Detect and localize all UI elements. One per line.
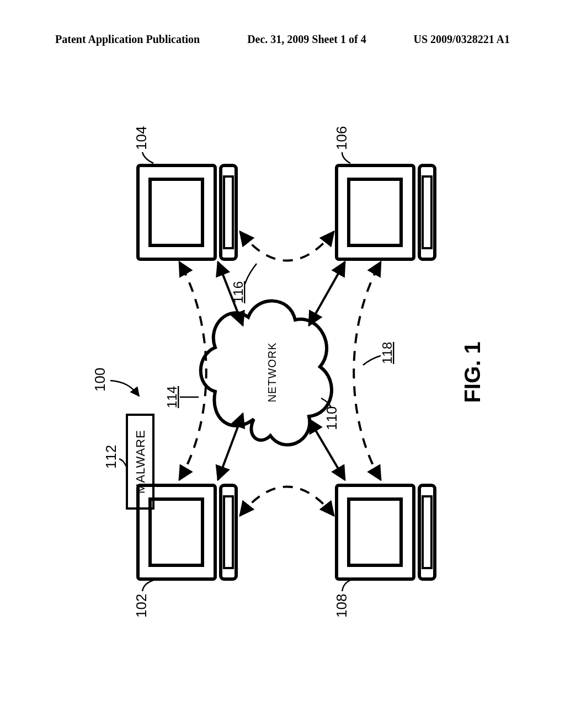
header-right: US 2009/0328221 A1 (414, 33, 510, 46)
header-left: Patent Application Publication (55, 33, 200, 46)
svg-rect-8 (224, 176, 233, 248)
ref-112: 112 (103, 445, 126, 469)
ref-102: 102 (133, 580, 153, 618)
svg-text:112: 112 (103, 445, 119, 469)
dashed-link-left (240, 487, 334, 516)
ref-108: 108 (333, 580, 350, 618)
svg-text:114: 114 (164, 386, 179, 408)
svg-rect-6 (150, 179, 202, 245)
svg-text:102: 102 (133, 594, 150, 618)
ref-114: 114 (164, 386, 199, 408)
svg-text:100: 100 (92, 368, 108, 392)
svg-rect-1 (150, 499, 202, 565)
svg-text:116: 116 (231, 281, 246, 303)
svg-text:110: 110 (323, 406, 340, 430)
svg-rect-12 (423, 176, 431, 248)
svg-text:108: 108 (333, 594, 350, 618)
ref-104: 104 (133, 126, 153, 163)
ref-100: 100 (92, 368, 139, 396)
header-center: Dec. 31, 2009 Sheet 1 of 4 (247, 33, 366, 46)
ref-106: 106 (333, 126, 350, 163)
network-label: NETWORK (266, 342, 278, 402)
ref-116: 116 (231, 264, 257, 303)
malware-box: MALWARE (127, 415, 153, 508)
svg-text:106: 106 (333, 126, 350, 150)
computer-108 (337, 485, 435, 579)
dashed-link-118 (354, 262, 381, 480)
svg-rect-16 (423, 496, 431, 568)
ref-110: 110 (321, 398, 340, 430)
dashed-link-116 (240, 232, 334, 261)
figure-label: FIG. 1 (460, 341, 484, 403)
page-header: Patent Application Publication Dec. 31, … (55, 33, 510, 46)
svg-rect-14 (349, 499, 401, 565)
figure-1-svg: NETWORK MALWARE (72, 105, 497, 656)
svg-text:118: 118 (380, 342, 395, 364)
svg-text:104: 104 (133, 126, 150, 150)
svg-rect-3 (224, 496, 233, 568)
diagram-container: NETWORK MALWARE (72, 105, 497, 656)
link-106-net (309, 262, 345, 325)
ref-118: 118 (363, 342, 395, 365)
svg-rect-10 (349, 179, 401, 245)
computer-104 (138, 165, 236, 259)
malware-label: MALWARE (134, 430, 147, 494)
computer-106 (337, 165, 435, 259)
